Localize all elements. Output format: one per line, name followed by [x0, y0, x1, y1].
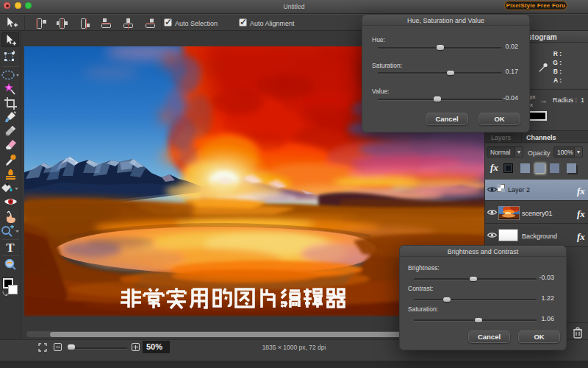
svg-text:T: T: [6, 241, 15, 253]
